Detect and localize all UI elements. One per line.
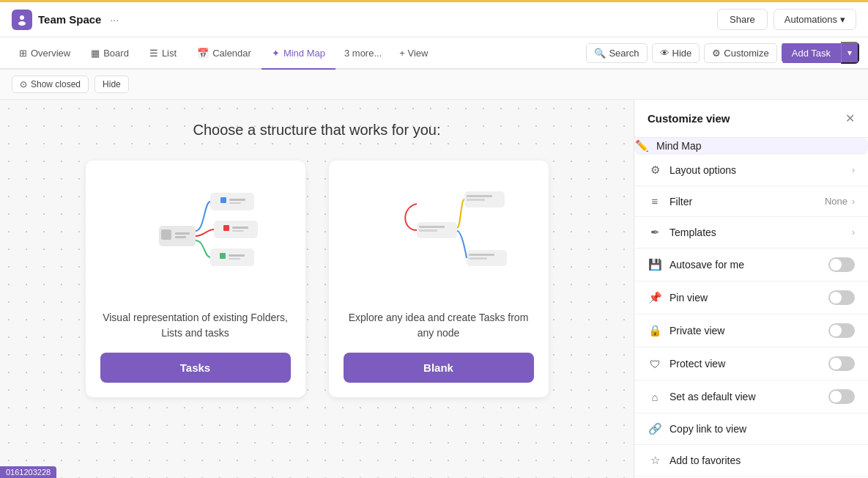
svg-rect-26 xyxy=(469,257,487,260)
panel-item-filter-right: None › xyxy=(825,196,855,207)
hide-button[interactable]: 👁 Hide xyxy=(652,43,700,63)
panel-item-filter-label: Filter xyxy=(669,196,692,207)
tab-mindmap-label: Mind Map xyxy=(283,48,325,59)
svg-rect-13 xyxy=(232,230,244,232)
panel-item-mindmap[interactable]: ✏️ Mind Map xyxy=(634,138,868,155)
panel-item-templates[interactable]: ✒ Templates › xyxy=(634,217,868,249)
structure-cards: Visual representation of existing Folder… xyxy=(74,161,560,397)
blank-card: Explore any idea and create Tasks from a… xyxy=(329,161,549,397)
copylink-icon: 🔗 xyxy=(648,422,662,435)
svg-rect-4 xyxy=(175,232,190,235)
svg-rect-17 xyxy=(229,258,240,260)
pencil-icon: ✏️ xyxy=(634,139,649,152)
workspace-info: Team Space ··· xyxy=(12,10,119,30)
panel-item-copylink[interactable]: 🔗 Copy link to view xyxy=(634,413,868,445)
panel-item-pin[interactable]: 📌 Pin view xyxy=(634,282,868,315)
panel-item-protect-label: Protect view xyxy=(669,358,725,369)
svg-rect-5 xyxy=(175,236,186,238)
svg-rect-15 xyxy=(220,253,226,259)
tab-bar-right-actions: 🔍 Search 👁 Hide ⚙ Customize Add Task ▾ xyxy=(586,42,859,64)
tab-bar: ⊞ Overview ▦ Board ☰ List 📅 Calendar ✦ M… xyxy=(0,37,868,70)
sub-toolbar: ⊙ Show closed Hide xyxy=(0,70,868,100)
panel-item-templates-right: › xyxy=(852,227,855,238)
autosave-toggle[interactable] xyxy=(828,257,855,272)
panel-item-private[interactable]: 🔒 Private view xyxy=(634,315,868,348)
hide-icon: 👁 xyxy=(660,48,669,59)
panel-item-protect[interactable]: 🛡 Protect view xyxy=(634,348,868,380)
protect-toggle[interactable] xyxy=(828,356,855,371)
panel-item-copylink-left: 🔗 Copy link to view xyxy=(648,422,746,435)
search-label: Search xyxy=(609,48,639,59)
tasks-svg xyxy=(115,178,276,295)
hide-label: Hide xyxy=(672,48,692,59)
pin-icon: 📌 xyxy=(648,291,662,304)
tab-list-label: List xyxy=(162,48,177,59)
tasks-card-button[interactable]: Tasks xyxy=(100,353,291,383)
tasks-card-desc: Visual representation of existing Folder… xyxy=(100,310,291,341)
tab-board[interactable]: ▦ Board xyxy=(81,37,139,70)
main-area: Choose a structure that works for you: xyxy=(0,100,868,478)
panel-item-filter[interactable]: ≡ Filter None › xyxy=(634,186,868,217)
share-button[interactable]: Share xyxy=(717,9,768,30)
default-toggle[interactable] xyxy=(828,389,855,404)
private-toggle[interactable] xyxy=(828,323,855,338)
automations-button[interactable]: Automations ▾ xyxy=(774,9,856,30)
tab-overview[interactable]: ⊞ Overview xyxy=(9,37,81,70)
search-button[interactable]: 🔍 Search xyxy=(586,43,647,63)
workspace-more-button[interactable]: ··· xyxy=(110,14,119,26)
tab-overview-label: Overview xyxy=(31,48,70,59)
show-closed-button[interactable]: ⊙ Show closed xyxy=(12,76,89,93)
blank-card-button[interactable]: Blank xyxy=(344,353,534,383)
panel-item-layout-right: › xyxy=(852,165,855,175)
tab-more-button[interactable]: 3 more... xyxy=(335,37,390,69)
add-task-dropdown-button[interactable]: ▾ xyxy=(841,42,859,64)
panel-item-autosave-label: Autosave for me xyxy=(669,259,744,271)
panel-header: Customize view ✕ xyxy=(634,100,868,138)
svg-rect-14 xyxy=(210,249,254,266)
tab-board-label: Board xyxy=(103,48,129,59)
pin-toggle[interactable] xyxy=(828,290,855,305)
private-icon: 🔒 xyxy=(648,324,662,337)
board-icon: ▦ xyxy=(91,48,100,59)
tab-more-label: 3 more... xyxy=(344,48,382,59)
close-panel-button[interactable]: ✕ xyxy=(845,111,855,125)
customize-button[interactable]: ⚙ Customize xyxy=(704,43,776,63)
add-task-button-group[interactable]: Add Task ▾ xyxy=(782,42,859,64)
panel-item-default[interactable]: ⌂ Set as default view xyxy=(634,380,868,413)
layout-icon: ⚙ xyxy=(648,163,662,177)
panel-item-favorites[interactable]: ☆ Add to favorites xyxy=(634,445,868,477)
svg-point-0 xyxy=(20,15,24,20)
tab-calendar[interactable]: 📅 Calendar xyxy=(187,37,261,70)
hide-sub-button[interactable]: Hide xyxy=(94,76,129,93)
tab-calendar-label: Calendar xyxy=(212,48,251,59)
svg-rect-16 xyxy=(229,254,245,257)
panel-title: Customize view xyxy=(648,112,730,125)
svg-rect-25 xyxy=(469,254,494,256)
workspace-avatar xyxy=(12,10,32,30)
filter-chevron-icon: › xyxy=(852,196,855,207)
svg-rect-23 xyxy=(467,199,485,201)
blank-card-desc: Explore any idea and create Tasks from a… xyxy=(344,310,534,341)
templates-chevron-icon: › xyxy=(852,227,855,238)
panel-item-copylink-label: Copy link to view xyxy=(669,423,746,435)
panel-item-private-label: Private view xyxy=(669,325,724,337)
add-view-label: + View xyxy=(399,48,428,59)
user-icon xyxy=(16,14,28,26)
panel-item-favorites-label: Add to favorites xyxy=(669,455,741,466)
panel-item-filter-left: ≡ Filter xyxy=(648,195,692,207)
add-view-button[interactable]: + View xyxy=(390,37,437,69)
panel-item-templates-left: ✒ Templates xyxy=(648,226,716,239)
add-task-main-button[interactable]: Add Task xyxy=(782,43,841,63)
panel-item-pin-label: Pin view xyxy=(669,292,708,304)
top-bar-actions: Share Automations ▾ xyxy=(717,9,856,30)
panel-item-templates-label: Templates xyxy=(669,227,716,238)
overview-icon: ⊞ xyxy=(19,48,27,59)
panel-item-layout[interactable]: ⚙ Layout options › xyxy=(634,155,868,186)
tab-mindmap[interactable]: ✦ Mind Map xyxy=(261,37,335,70)
panel-item-private-left: 🔒 Private view xyxy=(648,324,724,337)
show-closed-icon: ⊙ xyxy=(20,79,27,89)
svg-point-1 xyxy=(18,21,26,26)
panel-item-default-label: Set as default view xyxy=(669,391,756,402)
tab-list[interactable]: ☰ List xyxy=(139,37,187,70)
panel-item-autosave[interactable]: 💾 Autosave for me xyxy=(634,249,868,282)
